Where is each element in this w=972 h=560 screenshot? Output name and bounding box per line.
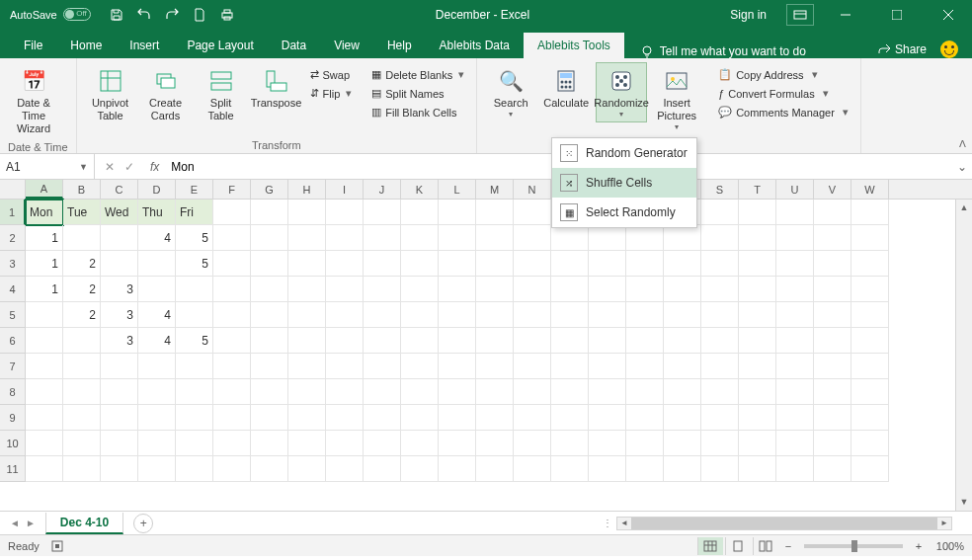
row-header[interactable]: 4 — [0, 277, 26, 302]
cell[interactable] — [176, 302, 213, 328]
cell[interactable] — [514, 251, 551, 277]
cell[interactable] — [288, 379, 326, 405]
cell[interactable] — [401, 328, 439, 354]
cell[interactable] — [514, 379, 551, 405]
cell[interactable]: 5 — [176, 251, 213, 277]
cell[interactable] — [326, 328, 364, 354]
cell[interactable] — [701, 405, 739, 431]
cell[interactable] — [476, 251, 514, 277]
cell[interactable] — [701, 328, 739, 354]
cell[interactable]: Tue — [63, 200, 101, 225]
cell[interactable] — [138, 379, 176, 405]
undo-icon[interactable] — [136, 7, 152, 23]
column-header[interactable]: M — [476, 180, 514, 199]
cell[interactable] — [326, 277, 364, 302]
cell[interactable] — [251, 431, 288, 456]
autosave-toggle[interactable]: AutoSave Off — [0, 8, 101, 21]
cell[interactable]: Wed — [101, 200, 138, 225]
search-button[interactable]: 🔍 Search▾ — [485, 62, 536, 122]
cell[interactable] — [101, 251, 138, 277]
redo-icon[interactable] — [164, 7, 180, 23]
cell[interactable] — [476, 431, 514, 456]
cell[interactable] — [814, 405, 851, 431]
vertical-scrollbar[interactable]: ▲ ▼ — [955, 200, 972, 511]
cell[interactable] — [176, 277, 213, 302]
cell[interactable] — [401, 379, 439, 405]
cell[interactable] — [851, 405, 889, 431]
cell[interactable]: 2 — [63, 251, 101, 277]
row-header[interactable]: 1 — [0, 200, 26, 225]
cell[interactable] — [326, 225, 364, 251]
cell[interactable] — [626, 328, 664, 354]
cell[interactable] — [176, 431, 213, 456]
cell[interactable] — [213, 251, 251, 277]
cell[interactable] — [589, 225, 626, 251]
cell[interactable] — [701, 302, 739, 328]
cell[interactable] — [476, 456, 514, 482]
cell[interactable] — [664, 431, 701, 456]
cell[interactable] — [814, 328, 851, 354]
randomize-button[interactable]: Randomize▾ — [596, 62, 647, 122]
cell[interactable]: 5 — [176, 225, 213, 251]
cell[interactable] — [63, 456, 101, 482]
sheet-nav-next-icon[interactable]: ► — [26, 518, 36, 528]
cell[interactable] — [476, 225, 514, 251]
cell[interactable] — [814, 431, 851, 456]
expand-formula-icon[interactable]: ⌄ — [952, 160, 972, 174]
cancel-formula-icon[interactable]: ✕ — [105, 160, 115, 174]
cell[interactable]: 4 — [138, 328, 176, 354]
cell[interactable] — [664, 405, 701, 431]
tab-view[interactable]: View — [320, 33, 373, 58]
cell[interactable] — [776, 456, 814, 482]
cell[interactable] — [63, 225, 101, 251]
cell[interactable] — [476, 354, 514, 379]
page-layout-view-icon[interactable] — [725, 537, 751, 555]
cell[interactable]: Fri — [176, 200, 213, 225]
cell[interactable] — [851, 354, 889, 379]
cell[interactable] — [251, 328, 288, 354]
add-sheet-button[interactable]: + — [133, 514, 153, 533]
ribbon-display-icon[interactable] — [786, 4, 814, 26]
cell[interactable] — [213, 456, 251, 482]
cell[interactable] — [176, 405, 213, 431]
unpivot-table-button[interactable]: Unpivot Table — [85, 62, 136, 125]
create-cards-button[interactable]: Create Cards — [140, 62, 192, 125]
cell[interactable] — [626, 456, 664, 482]
cell[interactable] — [288, 200, 326, 225]
cell[interactable] — [26, 379, 63, 405]
cell[interactable] — [213, 405, 251, 431]
delete-blanks-button[interactable]: ▦Delete Blanks▾ — [367, 66, 468, 83]
save-icon[interactable] — [109, 7, 124, 23]
cell[interactable] — [664, 328, 701, 354]
cell[interactable]: 2 — [63, 302, 101, 328]
cell[interactable] — [401, 200, 439, 225]
cell[interactable] — [589, 405, 626, 431]
feedback-icon[interactable] — [940, 40, 958, 58]
cell[interactable] — [213, 302, 251, 328]
cell[interactable] — [251, 456, 288, 482]
cell[interactable] — [439, 200, 476, 225]
cell[interactable] — [251, 405, 288, 431]
cell[interactable] — [776, 354, 814, 379]
scroll-right-icon[interactable]: ► — [937, 519, 951, 527]
cell[interactable] — [739, 456, 776, 482]
cell[interactable] — [739, 277, 776, 302]
cell[interactable] — [739, 251, 776, 277]
cell[interactable] — [514, 431, 551, 456]
tab-help[interactable]: Help — [373, 33, 426, 58]
cell[interactable] — [814, 379, 851, 405]
cell[interactable] — [514, 200, 551, 225]
cell[interactable] — [514, 354, 551, 379]
column-header[interactable]: B — [63, 180, 101, 199]
cell[interactable] — [251, 200, 288, 225]
cell[interactable] — [739, 431, 776, 456]
cell[interactable] — [589, 251, 626, 277]
cell[interactable] — [213, 328, 251, 354]
cell[interactable] — [551, 328, 589, 354]
column-header[interactable]: W — [851, 180, 889, 199]
cell[interactable] — [851, 277, 889, 302]
cell[interactable] — [664, 379, 701, 405]
cell[interactable]: 1 — [26, 277, 63, 302]
cell[interactable] — [476, 302, 514, 328]
cell[interactable] — [739, 328, 776, 354]
